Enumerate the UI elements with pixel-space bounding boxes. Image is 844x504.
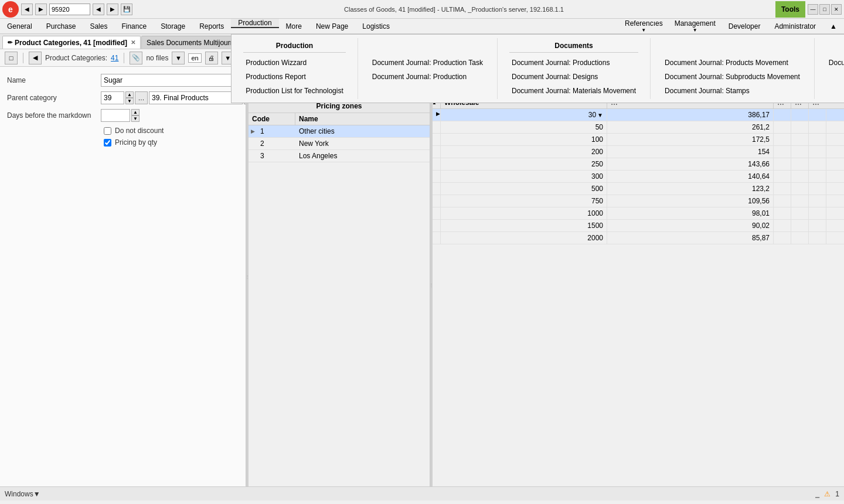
prod-item-designs[interactable]: Document Journal: Designs xyxy=(509,71,638,83)
price-row-5[interactable]: 300 140,64 xyxy=(433,171,844,183)
price-row-arrow-2 xyxy=(433,134,441,145)
do-not-discount-checkbox[interactable] xyxy=(104,127,111,135)
toolbar-files-dropdown[interactable]: ▼ xyxy=(172,52,185,64)
price-row-10[interactable]: 2000 85,87 xyxy=(433,232,844,244)
price-row-9[interactable]: 1500 90,02 xyxy=(433,220,844,232)
days-spin-down[interactable]: ▼ xyxy=(131,115,139,122)
close-btn[interactable]: ✕ xyxy=(831,4,842,15)
prod-item-task-journal[interactable]: Document Journal: Production Task xyxy=(370,57,485,69)
prod-item-materials[interactable]: Document Journal: Materials Movement xyxy=(509,85,638,97)
days-spin-up[interactable]: ▲ xyxy=(131,109,139,115)
minimize-btn[interactable]: — xyxy=(808,4,818,15)
prod-item-production-journal[interactable]: Document Journal: Production xyxy=(370,71,485,83)
days-input[interactable] xyxy=(101,109,130,122)
prod-item-productions[interactable]: Document Journal: Productions xyxy=(509,57,638,69)
price-row-8[interactable]: 1000 98,01 xyxy=(433,207,844,220)
price-row-7[interactable]: 750 109,56 xyxy=(433,195,844,207)
status-minimize-btn[interactable]: ⎯ xyxy=(815,490,819,498)
menu-administrator[interactable]: Administrator xyxy=(767,19,823,33)
spin-down-btn[interactable]: ▼ xyxy=(125,98,134,104)
prod-item-circulation[interactable]: Document Journal: Circulation xyxy=(826,57,844,69)
price-row-4[interactable]: 250 143,66 xyxy=(433,158,844,171)
status-bar: Windows ▼ ⎯ ⚠ 1 xyxy=(0,486,844,500)
prod-item-subproducts[interactable]: Document Journal: Subproducts Movement xyxy=(662,71,802,83)
price-qty-4: 250 xyxy=(441,158,607,170)
price-qty-1: 50 xyxy=(441,121,607,133)
zone-header: Code Name xyxy=(249,113,430,125)
menu-production[interactable]: Production xyxy=(231,19,278,28)
menu-collapse[interactable]: ▲ xyxy=(823,19,844,33)
price-row-2[interactable]: 100 172,5 xyxy=(433,134,844,146)
left-panel: Name Parent category ▲ ▼ … 39. Final Pro… xyxy=(0,67,246,486)
window-controls: — □ ✕ xyxy=(808,4,842,15)
app-logo: e xyxy=(2,1,19,18)
nav-forward-btn[interactable]: ▶ xyxy=(35,4,47,15)
prod-item-wizard[interactable]: Production Wizzard xyxy=(243,57,346,69)
name-field-row: Name xyxy=(7,74,239,87)
parent-category-dots-btn[interactable]: … xyxy=(135,91,148,104)
price-extra4-7 xyxy=(826,195,844,207)
title-nav-prev[interactable]: ◀ xyxy=(93,4,104,15)
menu-references[interactable]: Referencıes ▼ xyxy=(619,19,669,33)
tab-product-categories[interactable]: ✏ Product Categories, 41 [modified] ✕ xyxy=(2,36,141,49)
tab-label-0: Product Categories, 41 [modified] xyxy=(15,39,127,47)
zone-row-1[interactable]: 2 New York xyxy=(249,138,430,150)
menu-storage[interactable]: Storage xyxy=(154,19,192,33)
title-nav-next[interactable]: ▶ xyxy=(107,4,118,15)
price-row-3[interactable]: 200 154 xyxy=(433,146,844,158)
prod-item-tech-list[interactable]: Production List for Technologist xyxy=(243,85,346,97)
days-input-group: ▲ ▼ xyxy=(101,109,239,122)
price-row-arrow-9 xyxy=(433,220,441,231)
toolbar-lang[interactable]: en xyxy=(188,53,201,63)
menu-new-page[interactable]: New Page xyxy=(309,19,355,33)
price-wholesale-4: 143,66 xyxy=(607,158,774,170)
zone-row-0[interactable]: ▶ 1 Other cities xyxy=(249,125,430,138)
zone-row-2[interactable]: 3 Los Angeles xyxy=(249,150,430,162)
nav-back-btn[interactable]: ◀ xyxy=(21,4,33,15)
tab-close-0[interactable]: ✕ xyxy=(131,39,135,46)
prod-item-report[interactable]: Productions Report xyxy=(243,71,346,83)
menu-developer[interactable]: Developer xyxy=(722,19,768,33)
toolbar-new-btn[interactable]: □ xyxy=(5,52,18,64)
price-extra4-9 xyxy=(826,220,844,231)
price-row-0[interactable]: ▶ 30▼ 386,17 xyxy=(433,109,844,121)
title-bar-input[interactable] xyxy=(49,4,90,15)
menu-more[interactable]: More xyxy=(279,19,309,33)
price-extra3-8 xyxy=(809,207,826,219)
zone-name-0: Other cities xyxy=(295,125,430,137)
price-extra4-10 xyxy=(826,232,844,244)
price-qty-5: 300 xyxy=(441,171,607,182)
price-row-6[interactable]: 500 123,2 xyxy=(433,183,844,195)
menu-management[interactable]: Management ▼ xyxy=(669,19,722,33)
price-extra3-5 xyxy=(809,171,826,182)
tools-menu[interactable]: Tools xyxy=(775,1,805,18)
toolbar-print-btn[interactable]: 🖨 xyxy=(205,52,218,64)
price-row-1[interactable]: 50 261,2 xyxy=(433,121,844,134)
windows-label[interactable]: Windows xyxy=(5,490,33,498)
toolbar-attach-btn[interactable]: 📎 xyxy=(130,52,142,64)
menu-purchase[interactable]: Purchase xyxy=(39,19,83,33)
menu-general[interactable]: General xyxy=(0,19,39,33)
menu-logistics[interactable]: Logistics xyxy=(355,19,397,33)
maximize-btn[interactable]: □ xyxy=(819,4,830,15)
prod-item-products-movement[interactable]: Document Journal: Products Movement xyxy=(662,57,802,69)
spin-up-btn[interactable]: ▲ xyxy=(125,91,134,98)
price-extra3-4 xyxy=(809,158,826,170)
price-extra2-2 xyxy=(791,134,809,145)
price-extra4-4 xyxy=(826,158,844,170)
pricing-by-qty-row: Pricing by qty xyxy=(7,138,239,147)
price-row-arrow-7 xyxy=(433,195,441,207)
price-extra1-7 xyxy=(774,195,791,207)
toolbar-counter[interactable]: 41 xyxy=(111,54,118,62)
save-doc-btn[interactable]: 💾 xyxy=(121,4,132,15)
menu-finance[interactable]: Finance xyxy=(114,19,154,33)
pricing-by-qty-checkbox[interactable] xyxy=(104,139,111,147)
prod-item-stamps[interactable]: Document Journal: Stamps xyxy=(662,85,802,97)
toolbar-back-btn[interactable]: ◀ xyxy=(29,52,42,64)
parent-category-num-input[interactable] xyxy=(101,91,124,104)
menu-sales[interactable]: Sales xyxy=(83,19,114,33)
prod-section-1-title: Production xyxy=(243,40,346,53)
price-extra1-0 xyxy=(774,109,791,121)
name-input[interactable] xyxy=(101,74,239,87)
menu-reports[interactable]: Reports xyxy=(192,19,231,33)
